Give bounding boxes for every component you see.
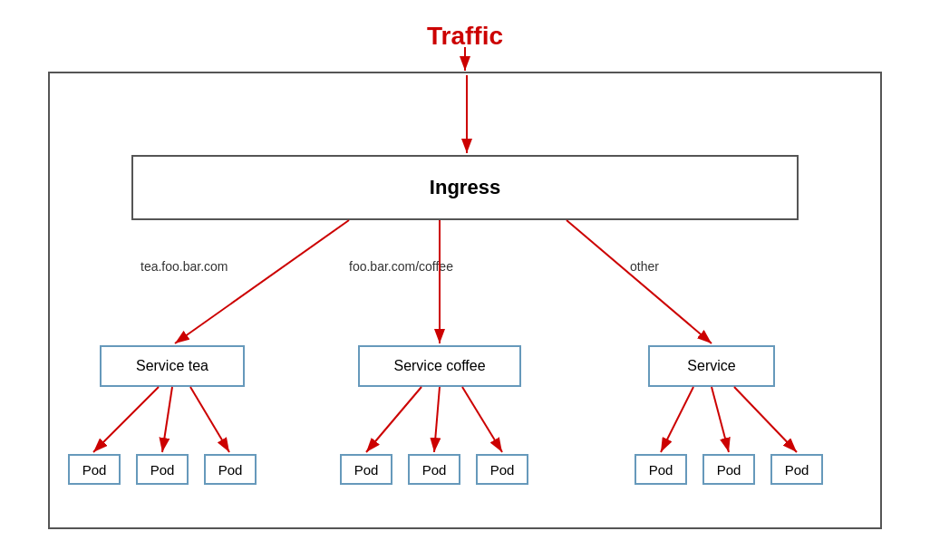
service-other-box: Service — [648, 345, 775, 387]
pod-other-1: Pod — [635, 454, 687, 485]
pod-other-3: Pod — [770, 454, 823, 485]
svg-line-4 — [567, 220, 712, 343]
outer-box: Ingress tea.foo.bar.com foo.bar.com/coff… — [48, 72, 882, 529]
svg-line-13 — [734, 387, 797, 452]
pod-other-2: Pod — [702, 454, 755, 485]
svg-line-5 — [93, 387, 159, 452]
route-tea-label: tea.foo.bar.com — [140, 259, 228, 274]
traffic-arrow-svg — [451, 47, 479, 74]
svg-line-11 — [661, 387, 693, 452]
svg-line-2 — [175, 220, 349, 343]
service-tea-box: Service tea — [100, 345, 245, 387]
route-other-label: other — [630, 259, 659, 274]
svg-line-10 — [462, 387, 502, 452]
svg-line-7 — [190, 387, 229, 452]
svg-line-9 — [434, 387, 440, 452]
svg-line-6 — [162, 387, 172, 452]
pod-tea-2: Pod — [136, 454, 189, 485]
ingress-label: Ingress — [430, 176, 500, 199]
ingress-box: Ingress — [131, 155, 799, 220]
svg-line-12 — [712, 387, 729, 452]
svg-line-8 — [366, 387, 421, 452]
pod-tea-1: Pod — [68, 454, 121, 485]
diagram-container: Traffic Ingress tea.foo.bar.com foo.bar.… — [30, 22, 900, 538]
pod-tea-3: Pod — [204, 454, 257, 485]
pod-coffee-3: Pod — [476, 454, 528, 485]
pod-coffee-1: Pod — [340, 454, 392, 485]
pod-coffee-2: Pod — [408, 454, 460, 485]
service-coffee-box: Service coffee — [358, 345, 521, 387]
route-coffee-label: foo.bar.com/coffee — [349, 259, 453, 274]
